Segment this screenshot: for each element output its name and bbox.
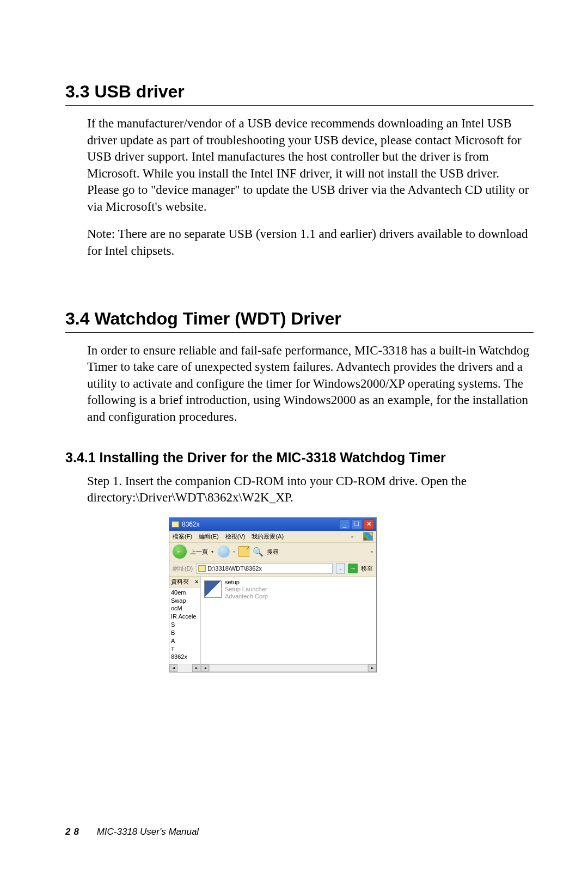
address-dropdown-button[interactable]: ⌄ <box>336 563 345 574</box>
maximize-button[interactable]: ☐ <box>351 519 362 529</box>
address-field[interactable]: D:\3318\WDT\8362x <box>196 563 333 574</box>
page-number: 28 <box>65 827 82 837</box>
menu-fav[interactable]: 我的最愛(A) <box>252 533 284 541</box>
back-dropdown-icon[interactable]: ▾ <box>211 549 213 554</box>
address-bar: 網址(D) D:\3318\WDT\8362x ⌄ → 移至 <box>169 561 376 577</box>
sidebar-item[interactable]: 8362x <box>171 653 199 661</box>
menu-overflow-icon[interactable]: » <box>351 534 353 539</box>
sidebar-item[interactable]: B <box>171 629 199 637</box>
manual-title: MIC-3318 User's Manual <box>97 827 199 837</box>
windows-logo-icon <box>363 532 373 541</box>
section-3-4-1-p1: Step 1. Insert the companion CD-ROM into… <box>87 473 534 506</box>
sidebar-list[interactable]: 40em Swap ocM IR Accele S B A T 8362x <box>169 588 200 664</box>
back-button[interactable]: ← <box>173 544 187 559</box>
section-3-3-heading: 3.3 USB driver <box>65 82 534 106</box>
section-3-4-heading: 3.4 Watchdog Timer (WDT) Driver <box>65 309 534 333</box>
file-company: Advantech Corp <box>225 593 268 600</box>
file-pane: setup Setup Launcher Advantech Corp ◂ ▸ <box>201 577 376 672</box>
menu-edit[interactable]: 編輯(E) <box>199 533 219 541</box>
toolbar: ← 上一頁 ▾ ▾ 🔍 搜尋 » <box>169 543 376 561</box>
folder-icon <box>171 521 179 528</box>
minimize-button[interactable]: _ <box>339 519 350 529</box>
go-button[interactable]: → <box>348 564 358 573</box>
search-label: 搜尋 <box>267 548 279 556</box>
address-label: 網址(D) <box>173 565 193 573</box>
main-hscroll-track[interactable] <box>209 664 368 672</box>
go-label: 移至 <box>361 565 373 573</box>
scroll-left-button[interactable]: ◂ <box>169 664 177 672</box>
section-3-4-1-heading: 3.4.1 Installing the Driver for the MIC-… <box>65 450 534 466</box>
back-label: 上一頁 <box>190 548 208 556</box>
file-item[interactable]: setup Setup Launcher Advantech Corp <box>201 577 376 603</box>
sidebar-hscroll-track[interactable] <box>177 664 192 672</box>
section-3-3-p2: Note: There are no separate USB (version… <box>87 226 534 259</box>
menu-file[interactable]: 檔案(F) <box>173 533 192 541</box>
explorer-screenshot: 8362x _ ☐ ✕ 檔案(F) 編輯(E) 檢視(V) 我的最愛(A) » … <box>169 517 377 672</box>
fwd-dropdown-icon[interactable]: ▾ <box>233 549 235 554</box>
section-3-3-p1: If the manufacturer/vendor of a USB devi… <box>87 115 534 215</box>
sidebar-item[interactable]: IR Accele <box>171 613 199 621</box>
sidebar-item[interactable]: 40em <box>171 589 199 597</box>
sidebar-header: 資料夾 ✕ <box>169 577 200 588</box>
folder-sidebar: 資料夾 ✕ 40em Swap ocM IR Accele S B A T 83… <box>169 577 201 672</box>
main-hscroll[interactable]: ◂ ▸ <box>201 664 376 672</box>
file-desc: Setup Launcher <box>225 586 268 593</box>
sidebar-close-icon[interactable]: ✕ <box>194 579 199 585</box>
scroll-left-button[interactable]: ◂ <box>201 664 209 672</box>
titlebar: 8362x _ ☐ ✕ <box>169 518 376 531</box>
scroll-right-button[interactable]: ▸ <box>192 664 200 672</box>
sidebar-item[interactable]: T <box>171 645 199 653</box>
sidebar-item[interactable]: Swap <box>171 597 199 605</box>
address-folder-icon <box>198 565 206 572</box>
search-icon[interactable]: 🔍 <box>253 547 264 557</box>
scroll-right-button[interactable]: ▸ <box>368 664 376 672</box>
toolbar-overflow-icon[interactable]: » <box>371 549 373 554</box>
forward-button[interactable] <box>218 546 230 558</box>
window-title: 8362x <box>182 521 338 528</box>
sidebar-item[interactable]: S <box>171 621 199 629</box>
page-footer: 28 MIC-3318 User's Manual <box>65 827 199 837</box>
address-path: D:\3318\WDT\8362x <box>207 565 262 572</box>
setup-file-icon <box>204 580 222 598</box>
menu-view[interactable]: 檢視(V) <box>225 533 246 541</box>
explorer-body: 資料夾 ✕ 40em Swap ocM IR Accele S B A T 83… <box>169 577 376 672</box>
sidebar-item[interactable]: ocM <box>171 604 199 613</box>
section-3-4-p1: In order to ensure reliable and fail-saf… <box>87 342 534 426</box>
file-name: setup <box>225 579 268 586</box>
sidebar-header-label: 資料夾 <box>171 578 189 586</box>
sidebar-item[interactable]: A <box>171 637 199 645</box>
close-button[interactable]: ✕ <box>363 519 374 529</box>
menubar: 檔案(F) 編輯(E) 檢視(V) 我的最愛(A) » <box>169 531 376 543</box>
up-folder-button[interactable] <box>238 546 249 557</box>
